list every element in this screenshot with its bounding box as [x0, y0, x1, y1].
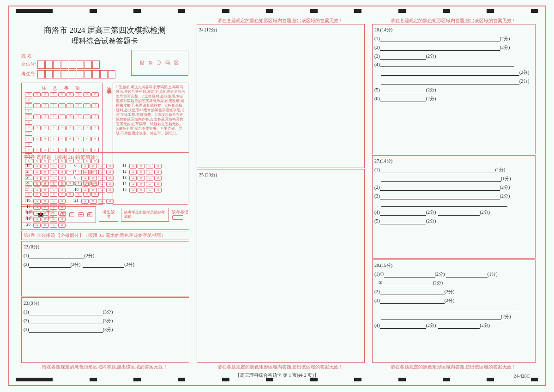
- q22-box[interactable]: 22.(6分) (1)(2分) (2)(2分) (2分): [21, 241, 189, 296]
- q23-box[interactable]: 23.(9分) (1)(3分) (2)(3分) (3)(3分): [21, 297, 189, 363]
- col2-bottom-warn: 请在各题规定的黑色矩形区域内答题,超出该区域的答案无效！: [197, 364, 364, 370]
- sub-title: 理科综合试卷答题卡: [21, 36, 188, 46]
- q28-box[interactable]: 28.(15分) (1)①(2分) (1分) ②(2分) (2)(2分) (3)…: [372, 259, 536, 363]
- q26-box[interactable]: 26.(14分) (1)(2分) (2)(2分) (3)(2分) (4) (2分…: [372, 24, 536, 154]
- col2-top-warn: 请在各题规定的黑色矩形区域内答题,超出该区域的答案无效！: [197, 18, 364, 24]
- name-field[interactable]: 姓 名:: [21, 51, 128, 59]
- q26-header: 26.(14分): [374, 27, 533, 33]
- q22-header: 22.(6分): [24, 244, 187, 250]
- col3-top-warn: 请在各题规定的黑色矩形区域内答题,超出该区域的答案无效！: [372, 18, 535, 24]
- q27-header: 27.(14分): [374, 158, 533, 164]
- part2-header: 第Ⅱ卷 非选择题 【必做部分】（须用 0.5 毫米的黑色字迹签字笔书写）: [21, 231, 189, 240]
- bottom-timing-marks: [16, 378, 538, 382]
- part1-title: 第Ⅰ卷 选择题（须用 2B 铅笔填涂）: [22, 153, 189, 162]
- answer-sheet: 商洛市 2024 届高三第四次模拟检测 理科综合试卷答题卡 姓 名: 座位号: …: [8, 6, 546, 386]
- main-title: 商洛市 2024 届高三第四次模拟检测: [21, 25, 188, 36]
- part1-panel: 第Ⅰ卷 选择题（须用 2B 铅笔填涂） 1ABCD2ABCD3ABCD4ABCD…: [21, 152, 189, 230]
- seat-field[interactable]: 座位号:: [21, 60, 128, 69]
- col1-bottom-warn: 请在各题规定的黑色矩形区域内答题,超出该区域的答案无效！: [21, 364, 188, 370]
- q23-header: 23.(9分): [24, 300, 187, 307]
- q24-header: 24.(12分): [199, 27, 362, 33]
- part2-title: 第Ⅱ卷 非选择题 【必做部分】（须用 0.5 毫米的黑色字迹签字笔书写）: [22, 231, 189, 240]
- q25-header: 25.(20分): [199, 172, 362, 178]
- q25-box[interactable]: 25.(20分): [197, 169, 365, 363]
- q28-header: 28.(15分): [374, 262, 533, 269]
- top-timing-marks: [16, 9, 538, 14]
- col3-bottom-warn: 请在各题规定的黑色矩形区域内答题,超出该区域的答案无效！: [372, 364, 535, 370]
- examid-field[interactable]: 考生号:: [21, 70, 128, 78]
- q24-box[interactable]: 24.(12分): [197, 24, 365, 168]
- barcode-zone: 贴 条 形 码 区: [131, 50, 188, 76]
- q27-box[interactable]: 27.(14分) (1)(1分) (1分) (2)(2分) (3)(2分) (4…: [372, 155, 536, 259]
